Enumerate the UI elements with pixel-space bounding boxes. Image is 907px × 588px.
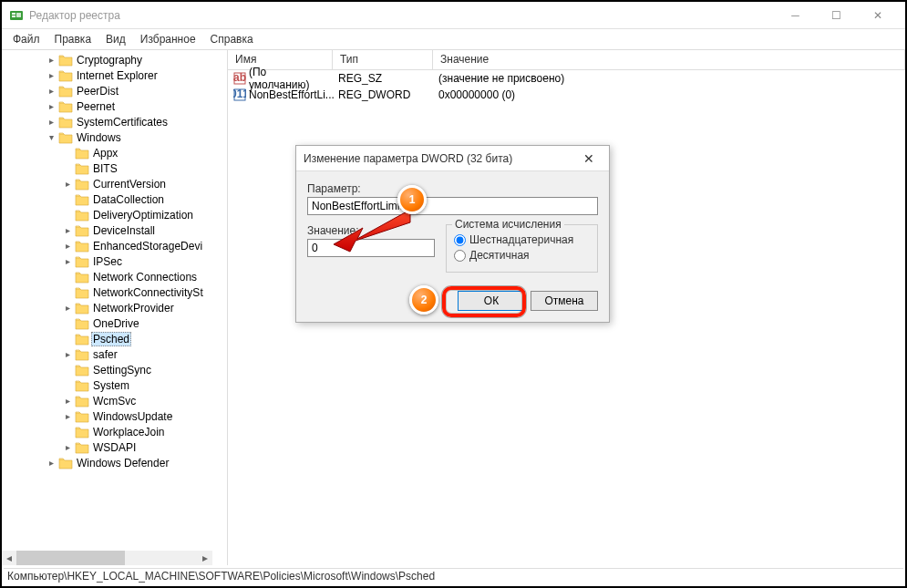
tree-item[interactable]: ▸Cryptography — [2, 52, 227, 67]
annotation-arrow — [330, 204, 412, 254]
annotation-ring — [442, 286, 526, 317]
annotation-badge-2: 2 — [409, 285, 438, 315]
tree-item[interactable]: Psched — [2, 331, 227, 346]
scroll-right-arrow[interactable]: ▸ — [198, 551, 212, 565]
svg-rect-1 — [12, 13, 15, 15]
menu-help[interactable]: Справка — [205, 31, 259, 47]
menu-view[interactable]: Вид — [100, 31, 131, 47]
app-icon — [9, 8, 24, 23]
tree-item[interactable]: ▸Windows Defender — [2, 455, 227, 470]
tree-item[interactable]: ▸Internet Explorer — [2, 67, 227, 83]
tree-item[interactable]: ▸SystemCertificates — [2, 114, 227, 129]
titlebar: Редактор реестра ─ ☐ ✕ — [2, 2, 905, 29]
tree-item[interactable]: WorkplaceJoin — [2, 424, 227, 439]
col-type[interactable]: Тип — [333, 50, 433, 69]
tree-item[interactable]: ▸DeviceInstall — [2, 222, 227, 238]
col-value[interactable]: Значение — [433, 50, 905, 69]
values-list[interactable]: ab(По умолчанию)REG_SZ(значение не присв… — [228, 70, 905, 103]
dialog-close-button[interactable]: ✕ — [576, 151, 602, 166]
tree-item[interactable]: ▾Windows — [2, 129, 227, 145]
dialog-titlebar: Изменение параметра DWORD (32 бита) ✕ — [296, 146, 609, 171]
radio-dec[interactable]: Десятичная — [454, 249, 590, 262]
tree-panel: ▸Cryptography▸Internet Explorer▸PeerDist… — [2, 50, 228, 565]
radio-dec-input[interactable] — [454, 250, 466, 262]
tree-item[interactable]: ▸CurrentVersion — [2, 176, 227, 191]
tree-item[interactable]: ▸PeerDist — [2, 83, 227, 98]
window-controls: ─ ☐ ✕ — [775, 3, 898, 28]
horizontal-scrollbar[interactable]: ◂ ▸ — [2, 551, 212, 565]
tree-item[interactable]: BITS — [2, 160, 227, 176]
tree-item[interactable]: ▸WcmSvc — [2, 393, 227, 408]
tree-item[interactable]: ▸WindowsUpdate — [2, 408, 227, 424]
minimize-button[interactable]: ─ — [775, 3, 816, 28]
registry-tree[interactable]: ▸Cryptography▸Internet Explorer▸PeerDist… — [2, 50, 227, 550]
cancel-button[interactable]: Отмена — [531, 291, 598, 311]
base-group-title: Система исчисления — [452, 218, 564, 231]
menu-favorites[interactable]: Избранное — [135, 31, 201, 47]
value-row[interactable]: 011NonBestEffortLi...REG_DWORD0x00000000… — [228, 87, 905, 103]
svg-text:011: 011 — [233, 88, 246, 100]
svg-rect-3 — [16, 13, 21, 17]
tree-item[interactable]: OneDrive — [2, 315, 227, 331]
tree-item[interactable]: ▸Peernet — [2, 98, 227, 114]
tree-item[interactable]: DeliveryOptimization — [2, 207, 227, 222]
scroll-thumb[interactable] — [16, 551, 125, 565]
dialog-title-text: Изменение параметра DWORD (32 бита) — [304, 152, 576, 165]
statusbar: Компьютер\HKEY_LOCAL_MACHINE\SOFTWARE\Po… — [4, 568, 903, 584]
close-button[interactable]: ✕ — [857, 3, 898, 28]
base-groupbox: Система исчисления Шестнадцатеричная Дес… — [446, 224, 598, 273]
maximize-button[interactable]: ☐ — [816, 3, 857, 28]
annotation-badge-1: 1 — [397, 185, 427, 214]
tree-item[interactable]: ▸NetworkProvider — [2, 300, 227, 315]
svg-rect-2 — [12, 15, 15, 17]
svg-marker-8 — [334, 210, 410, 252]
menu-file[interactable]: Файл — [7, 31, 46, 47]
tree-item[interactable]: System — [2, 377, 227, 393]
tree-item[interactable]: DataCollection — [2, 191, 227, 207]
tree-item[interactable]: Network Connections — [2, 269, 227, 284]
radio-hex[interactable]: Шестнадцатеричная — [454, 233, 590, 246]
scroll-left-arrow[interactable]: ◂ — [2, 551, 16, 565]
tree-item[interactable]: ▸safer — [2, 346, 227, 362]
menubar: Файл Правка Вид Избранное Справка — [2, 29, 905, 49]
svg-text:ab: ab — [233, 72, 246, 84]
menu-edit[interactable]: Правка — [49, 31, 98, 47]
tree-item[interactable]: ▸IPSec — [2, 253, 227, 269]
tree-item[interactable]: SettingSync — [2, 362, 227, 377]
tree-item[interactable]: ▸WSDAPI — [2, 439, 227, 455]
window-title: Редактор реестра — [29, 9, 775, 22]
tree-item[interactable]: ▸EnhancedStorageDevi — [2, 238, 227, 253]
param-label: Параметр: — [307, 182, 598, 195]
value-row[interactable]: ab(По умолчанию)REG_SZ(значение не присв… — [228, 70, 905, 87]
radio-hex-input[interactable] — [454, 234, 466, 246]
tree-item[interactable]: Appx — [2, 145, 227, 160]
tree-item[interactable]: NetworkConnectivitySt — [2, 284, 227, 300]
